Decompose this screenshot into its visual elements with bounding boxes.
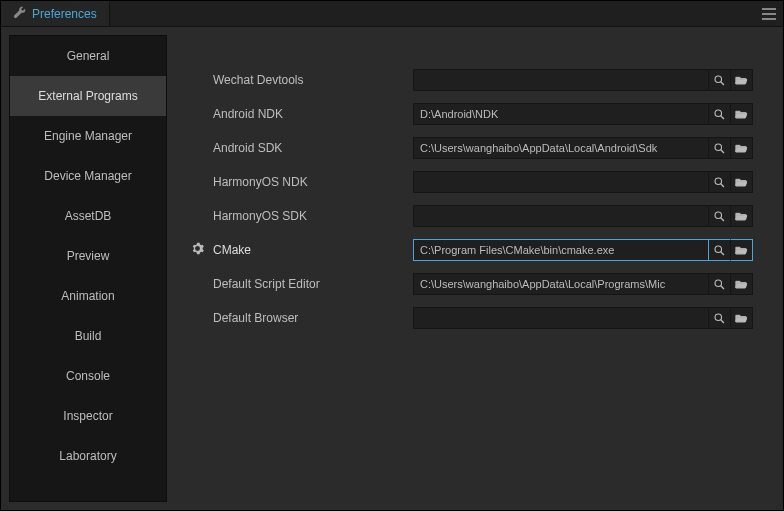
sidebar-item-label: Build bbox=[75, 329, 102, 343]
path-input[interactable] bbox=[413, 103, 709, 125]
sidebar-item-label: Preview bbox=[67, 249, 110, 263]
browse-button[interactable] bbox=[731, 239, 753, 261]
field-row: HarmonyOS NDK bbox=[189, 165, 753, 199]
svg-point-0 bbox=[715, 76, 722, 83]
search-button[interactable] bbox=[709, 103, 731, 125]
field-label: Default Script Editor bbox=[213, 277, 405, 291]
browse-button[interactable] bbox=[731, 171, 753, 193]
field-input-group bbox=[413, 307, 753, 329]
field-label: HarmonyOS SDK bbox=[213, 209, 405, 223]
sidebar: General External Programs Engine Manager… bbox=[9, 35, 167, 502]
browse-button[interactable] bbox=[731, 273, 753, 295]
svg-line-11 bbox=[721, 251, 724, 254]
browse-button[interactable] bbox=[731, 103, 753, 125]
svg-line-1 bbox=[721, 81, 724, 84]
field-label: Android SDK bbox=[213, 141, 405, 155]
sidebar-item-label: Animation bbox=[61, 289, 114, 303]
svg-point-10 bbox=[715, 246, 722, 253]
sidebar-item[interactable]: Preview bbox=[10, 236, 166, 276]
gear-icon[interactable] bbox=[191, 242, 204, 258]
field-input-group bbox=[413, 205, 753, 227]
field-label: HarmonyOS NDK bbox=[213, 175, 405, 189]
svg-point-2 bbox=[715, 110, 722, 117]
field-label: CMake bbox=[213, 243, 405, 257]
field-input-group bbox=[413, 137, 753, 159]
path-input[interactable] bbox=[413, 171, 709, 193]
svg-point-14 bbox=[715, 314, 722, 321]
field-row: Default Script Editor bbox=[189, 267, 753, 301]
svg-line-3 bbox=[721, 115, 724, 118]
sidebar-item-label: Device Manager bbox=[44, 169, 131, 183]
browse-button[interactable] bbox=[731, 137, 753, 159]
sidebar-item[interactable]: General bbox=[10, 36, 166, 76]
field-row: Wechat Devtools bbox=[189, 63, 753, 97]
content-panel: Wechat Devtools Android NDK Android SDK bbox=[167, 35, 775, 502]
sidebar-item[interactable]: Engine Manager bbox=[10, 116, 166, 156]
field-row: HarmonyOS SDK bbox=[189, 199, 753, 233]
field-input-group bbox=[413, 103, 753, 125]
menu-button[interactable] bbox=[755, 1, 783, 26]
field-label: Wechat Devtools bbox=[213, 73, 405, 87]
sidebar-item-label: Inspector bbox=[63, 409, 112, 423]
search-button[interactable] bbox=[709, 307, 731, 329]
path-input[interactable] bbox=[413, 307, 709, 329]
search-button[interactable] bbox=[709, 205, 731, 227]
sidebar-item[interactable]: External Programs bbox=[10, 76, 166, 116]
sidebar-item-label: AssetDB bbox=[65, 209, 112, 223]
search-button[interactable] bbox=[709, 69, 731, 91]
tab-preferences[interactable]: Preferences bbox=[1, 1, 110, 26]
field-input-group bbox=[413, 273, 753, 295]
svg-point-8 bbox=[715, 212, 722, 219]
path-input[interactable] bbox=[413, 69, 709, 91]
field-row: Default Browser bbox=[189, 301, 753, 335]
field-input-group bbox=[413, 69, 753, 91]
svg-line-9 bbox=[721, 217, 724, 220]
sidebar-item[interactable]: Inspector bbox=[10, 396, 166, 436]
svg-line-15 bbox=[721, 319, 724, 322]
field-label: Android NDK bbox=[213, 107, 405, 121]
sidebar-item[interactable]: Device Manager bbox=[10, 156, 166, 196]
field-input-group bbox=[413, 171, 753, 193]
sidebar-item-label: Engine Manager bbox=[44, 129, 132, 143]
sidebar-item-label: Laboratory bbox=[59, 449, 116, 463]
field-row: Android SDK bbox=[189, 131, 753, 165]
sidebar-item[interactable]: Animation bbox=[10, 276, 166, 316]
svg-point-12 bbox=[715, 280, 722, 287]
field-row: Android NDK bbox=[189, 97, 753, 131]
path-input[interactable] bbox=[413, 239, 709, 261]
svg-line-13 bbox=[721, 285, 724, 288]
path-input[interactable] bbox=[413, 273, 709, 295]
path-input[interactable] bbox=[413, 205, 709, 227]
svg-point-4 bbox=[715, 144, 722, 151]
browse-button[interactable] bbox=[731, 205, 753, 227]
wrench-icon bbox=[13, 6, 26, 22]
svg-line-5 bbox=[721, 149, 724, 152]
sidebar-item[interactable]: Console bbox=[10, 356, 166, 396]
sidebar-item[interactable]: Build bbox=[10, 316, 166, 356]
sidebar-item-label: Console bbox=[66, 369, 110, 383]
search-button[interactable] bbox=[709, 137, 731, 159]
svg-point-6 bbox=[715, 178, 722, 185]
search-button[interactable] bbox=[709, 171, 731, 193]
field-input-group bbox=[413, 239, 753, 261]
sidebar-item-label: External Programs bbox=[38, 89, 137, 103]
body: General External Programs Engine Manager… bbox=[1, 27, 783, 510]
field-label: Default Browser bbox=[213, 311, 405, 325]
sidebar-item-label: General bbox=[67, 49, 110, 63]
search-button[interactable] bbox=[709, 273, 731, 295]
titlebar: Preferences bbox=[1, 1, 783, 27]
field-row: CMake bbox=[189, 233, 753, 267]
browse-button[interactable] bbox=[731, 69, 753, 91]
browse-button[interactable] bbox=[731, 307, 753, 329]
sidebar-item[interactable]: Laboratory bbox=[10, 436, 166, 476]
sidebar-item[interactable]: AssetDB bbox=[10, 196, 166, 236]
path-input[interactable] bbox=[413, 137, 709, 159]
gear-slot bbox=[189, 242, 205, 258]
search-button[interactable] bbox=[709, 239, 731, 261]
svg-line-7 bbox=[721, 183, 724, 186]
tab-label: Preferences bbox=[32, 7, 97, 21]
